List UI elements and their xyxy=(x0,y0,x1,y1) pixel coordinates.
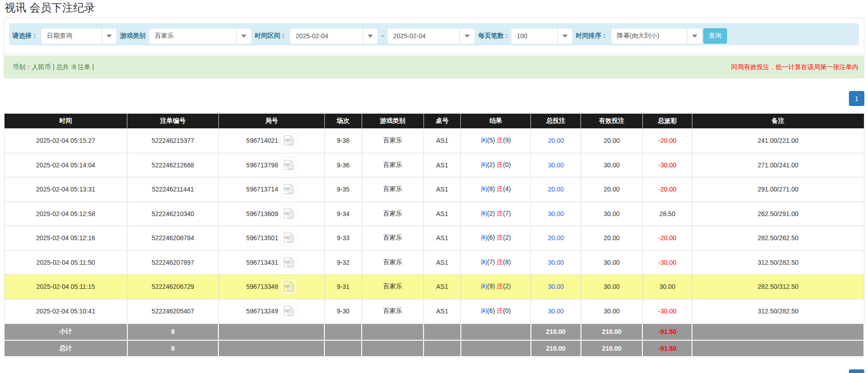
cell-table-no: AS1 xyxy=(424,129,461,153)
pagination-top: 1 xyxy=(4,91,864,106)
cell-bet-id: 522246207897 xyxy=(127,250,219,275)
cell-valid-bet: 20.00 xyxy=(581,129,643,153)
result-player-score: (5) xyxy=(487,136,495,144)
col-header-valid-bet: 有效投注 xyxy=(581,114,643,129)
cell-table-no: AS1 xyxy=(424,275,461,299)
date-to-value: 2025-02-04 xyxy=(393,32,426,40)
cell-bet-id: 522246205407 xyxy=(127,299,219,323)
page-1-button[interactable]: 1 xyxy=(849,91,864,106)
cell-note: 271.00/241.00 xyxy=(692,153,864,177)
date-to-select[interactable]: 2025-02-04 xyxy=(388,29,474,44)
video-replay-button[interactable] xyxy=(280,157,297,173)
cell-result: 闲(6) 庄(0) xyxy=(461,299,531,323)
time-sort-arrow[interactable] xyxy=(687,29,702,44)
result-player-score: (9) xyxy=(487,282,495,290)
date-range-tilde: ~ xyxy=(381,32,384,40)
cell-session: 9-31 xyxy=(324,275,362,299)
cell-total-bet: 20.00 xyxy=(531,177,581,202)
result-player-score: (6) xyxy=(487,234,495,241)
per-page-arrow[interactable] xyxy=(557,29,572,44)
cell-game-type: 百家乐 xyxy=(362,275,424,299)
query-type-arrow[interactable] xyxy=(101,29,116,44)
cell-payout: -30.00 xyxy=(642,250,692,275)
result-banker-score: (2) xyxy=(503,282,511,290)
table-row: 2025-02-04 05:11:50522246207897596713431… xyxy=(4,250,864,275)
footer-total-bet: 210.00 xyxy=(531,323,581,340)
col-header-session: 场次 xyxy=(324,114,362,129)
cell-valid-bet: 30.00 xyxy=(581,275,643,299)
time-sort-select[interactable]: 降幂(由大到小) xyxy=(611,29,702,44)
round-cell-content: 596713714 xyxy=(221,181,323,197)
cell-valid-bet: 30.00 xyxy=(581,202,643,226)
result-banker-label: 庄 xyxy=(497,185,503,192)
result-player-score: (2) xyxy=(487,161,495,168)
cell-game-type: 百家乐 xyxy=(362,299,424,323)
cell-payout: -20.00 xyxy=(642,177,692,202)
cell-game-type: 百家乐 xyxy=(362,250,424,275)
round-cell-content: 596713431 xyxy=(221,254,323,270)
result-banker-score: (9) xyxy=(503,136,511,144)
round-number: 596713431 xyxy=(246,259,278,266)
date-from-select[interactable]: 2025-02-04 xyxy=(290,29,378,44)
cell-session: 9-32 xyxy=(324,250,362,275)
cell-total-bet: 20.00 xyxy=(531,129,581,153)
result-player-score: (8) xyxy=(487,185,495,192)
query-type-select[interactable]: 日期查询 xyxy=(41,29,116,44)
video-replay-button[interactable] xyxy=(280,133,297,149)
result-banker-score: (8) xyxy=(503,258,511,266)
date-to-arrow[interactable] xyxy=(459,29,474,44)
video-replay-button[interactable] xyxy=(280,206,297,222)
cell-table-no: AS1 xyxy=(424,153,461,177)
round-number: 596713348 xyxy=(246,283,278,290)
cell-session: 9-30 xyxy=(324,299,362,323)
round-number: 596713501 xyxy=(246,234,278,242)
result-banker-score: (0) xyxy=(503,307,511,314)
result-player-score: (6) xyxy=(487,307,495,314)
game-type-arrow[interactable] xyxy=(236,29,251,44)
chevron-down-icon xyxy=(692,35,697,38)
query-button[interactable]: 查询 xyxy=(703,28,727,44)
video-replay-button[interactable] xyxy=(280,303,297,319)
col-header-table-no: 桌号 xyxy=(424,114,461,129)
video-file-icon xyxy=(281,158,296,172)
game-type-select[interactable]: 百家乐 xyxy=(149,29,251,44)
table-row: 2025-02-04 05:15:27522246215377596714021… xyxy=(4,129,864,153)
cell-result: 闲(2) 庄(0) xyxy=(461,153,531,177)
result-banker-label: 庄 xyxy=(497,136,503,144)
cell-session: 9-36 xyxy=(324,153,362,177)
cell-session: 9-34 xyxy=(324,202,362,226)
video-replay-button[interactable] xyxy=(280,279,297,295)
date-from-arrow[interactable] xyxy=(363,29,378,44)
footer-empty-game xyxy=(362,340,424,357)
date-from-value: 2025-02-04 xyxy=(296,32,328,40)
cell-valid-bet: 30.00 xyxy=(581,153,643,177)
footer-payout: -91.50 xyxy=(642,323,692,340)
col-header-total-bet: 总投注 xyxy=(531,114,581,129)
chevron-down-icon xyxy=(368,35,373,38)
round-cell-content: 596713348 xyxy=(221,279,323,295)
footer-label: 小计 xyxy=(4,323,127,340)
bet-records-table: 时间注单编号局号场次游戏类别桌号结果总投注有效投注总派彩备注 2025-02-0… xyxy=(4,113,864,357)
cell-round: 596714021 xyxy=(218,129,324,153)
video-replay-button[interactable] xyxy=(280,181,297,197)
cell-valid-bet: 30.00 xyxy=(581,250,643,275)
video-replay-button[interactable] xyxy=(280,254,297,270)
round-cell-content: 596713249 xyxy=(221,303,323,319)
summary-bar: 币别：人民币 | 总共 :8 注单 | 同局有效投注，统一计算在该局第一张注单内 xyxy=(4,56,864,78)
result-player-label: 闲 xyxy=(481,185,487,192)
per-page-select[interactable]: 100 xyxy=(511,29,572,44)
cell-time: 2025-02-04 05:14:04 xyxy=(4,153,127,177)
footer-count: 8 xyxy=(127,340,219,357)
cell-valid-bet: 20.00 xyxy=(581,226,643,251)
subtotal-row: 小计8210.00210.00-91.50 xyxy=(4,323,864,340)
result-banker-score: (4) xyxy=(503,185,511,192)
table-body: 2025-02-04 05:15:27522246215377596714021… xyxy=(4,129,864,324)
page-1-button-bottom[interactable]: 1 xyxy=(849,369,864,373)
result-player-score: (7) xyxy=(487,258,495,266)
result-banker-label: 庄 xyxy=(497,234,503,241)
result-banker-label: 庄 xyxy=(497,282,503,290)
table-foot: 小计8210.00210.00-91.50总计8210.00210.00-91.… xyxy=(4,323,864,357)
result-player-label: 闲 xyxy=(481,234,487,241)
table-row: 2025-02-04 05:10:41522246205407596713249… xyxy=(4,299,864,323)
video-replay-button[interactable] xyxy=(280,230,297,246)
